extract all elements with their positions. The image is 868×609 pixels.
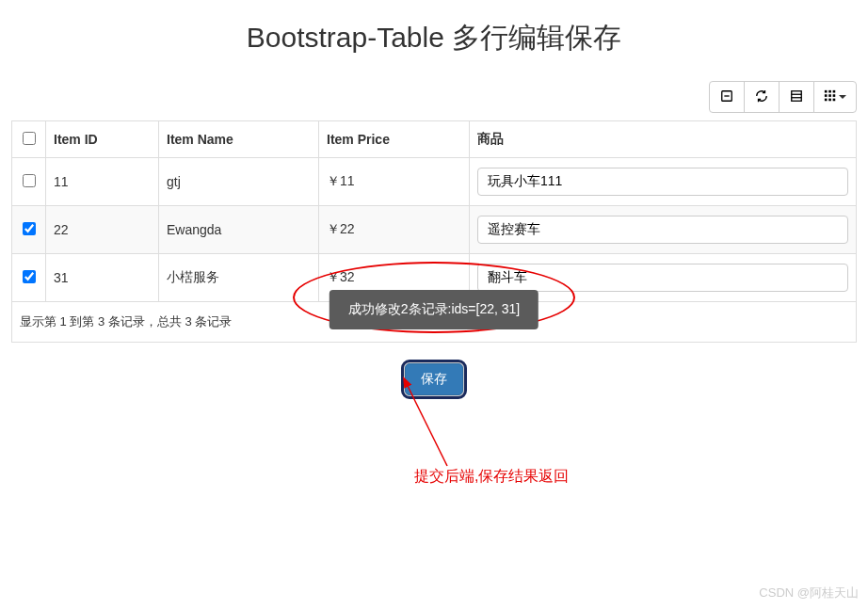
page-title: Bootstrap-Table 多行编辑保存	[11, 19, 857, 57]
svg-rect-5	[825, 89, 828, 92]
svg-rect-13	[833, 98, 836, 101]
svg-line-14	[407, 384, 447, 466]
header-row: Item ID Item Name Item Price 商品	[12, 121, 857, 158]
svg-rect-10	[833, 94, 836, 97]
row-checkbox[interactable]	[23, 222, 36, 235]
chevron-down-icon	[839, 95, 846, 99]
svg-rect-7	[833, 89, 836, 92]
svg-rect-12	[828, 98, 831, 101]
svg-rect-9	[828, 94, 831, 97]
row-checkbox[interactable]	[23, 174, 36, 187]
cell-id: 22	[46, 206, 159, 254]
svg-rect-11	[825, 98, 828, 101]
header-id[interactable]: Item ID	[46, 121, 159, 158]
product-input[interactable]	[477, 168, 848, 196]
table-row: 11gtj￥11	[12, 158, 857, 206]
watermark: CSDN @阿桂天山	[759, 585, 859, 601]
table-toolbar	[11, 81, 857, 113]
product-input[interactable]	[477, 216, 848, 244]
cell-id: 31	[46, 254, 159, 302]
select-all-checkbox[interactable]	[23, 132, 36, 145]
cell-name: Ewangda	[159, 206, 319, 254]
table-row: 22Ewangda￥22	[12, 206, 857, 254]
row-checkbox[interactable]	[23, 270, 36, 283]
minus-square-icon	[720, 89, 733, 105]
header-price[interactable]: Item Price	[319, 121, 470, 158]
header-product[interactable]: 商品	[470, 121, 857, 158]
cell-id: 11	[46, 158, 159, 206]
fullscreen-button[interactable]	[779, 81, 814, 113]
cell-price: ￥11	[319, 158, 470, 206]
cell-name: gtj	[159, 158, 319, 206]
header-name[interactable]: Item Name	[159, 121, 319, 158]
svg-rect-6	[828, 89, 831, 92]
columns-button[interactable]	[813, 81, 857, 113]
svg-rect-2	[792, 90, 802, 101]
toggle-button[interactable]	[709, 81, 745, 113]
annotation-arrow	[395, 377, 471, 480]
grid-icon	[824, 89, 837, 105]
refresh-icon	[755, 89, 768, 105]
list-icon	[790, 89, 803, 105]
svg-rect-8	[825, 94, 828, 97]
toast-message: 成功修改2条记录:ids=[22, 31]	[330, 290, 538, 329]
cell-price: ￥22	[319, 206, 470, 254]
refresh-button[interactable]	[744, 81, 780, 113]
